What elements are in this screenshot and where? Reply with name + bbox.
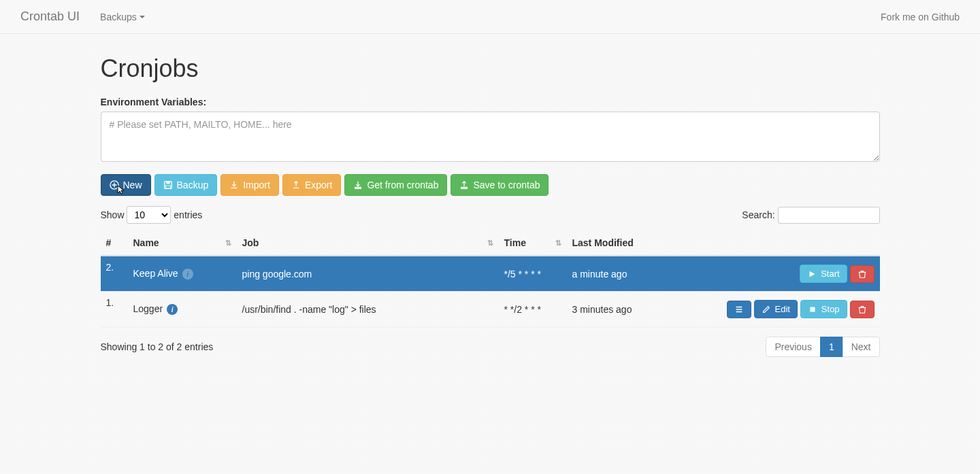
upload-icon xyxy=(459,180,469,190)
trash-icon xyxy=(858,269,867,279)
edit-label: Edit xyxy=(775,304,790,314)
length-select[interactable]: 10 xyxy=(127,206,171,224)
delete-button[interactable] xyxy=(850,265,875,283)
start-label: Start xyxy=(821,269,839,279)
col-time[interactable]: Time ⇅ xyxy=(499,231,567,256)
page-title: Cronjobs xyxy=(101,54,880,83)
row-actions: Edit Stop xyxy=(717,292,880,327)
col-idx[interactable]: # xyxy=(101,231,128,256)
main-container: Cronjobs Environment Variables: New Back… xyxy=(101,34,880,357)
datatable-controls: Show 10 entries Search: xyxy=(101,206,880,224)
entries-label: entries xyxy=(174,209,202,220)
navbar-right: Fork me on Github xyxy=(870,12,970,22)
import-button[interactable]: Import xyxy=(220,174,279,196)
pagination: Previous 1 Next xyxy=(766,337,879,357)
download-icon xyxy=(353,180,363,190)
col-job-label: Job xyxy=(242,237,259,248)
svg-rect-2 xyxy=(166,182,169,184)
chevron-down-icon xyxy=(140,16,145,18)
info-icon[interactable]: i xyxy=(182,269,193,280)
col-name-label: Name xyxy=(133,237,159,248)
table-header-row: # Name ⇅ Job ⇅ Time ⇅ Last Modified xyxy=(101,231,880,256)
get-from-crontab-button[interactable]: Get from crontab xyxy=(344,174,447,196)
new-label: New xyxy=(123,180,142,190)
prev-button[interactable]: Previous xyxy=(766,337,820,357)
datatable-footer: Showing 1 to 2 of 2 entries Previous 1 N… xyxy=(101,337,880,357)
stop-label: Stop xyxy=(821,304,840,314)
start-button[interactable]: Start xyxy=(800,265,847,283)
datatable-info: Showing 1 to 2 of 2 entries xyxy=(101,341,214,352)
backups-label: Backups xyxy=(100,12,137,22)
col-last-modified[interactable]: Last Modified xyxy=(567,231,717,256)
edit-icon xyxy=(762,305,771,314)
page-1-button[interactable]: 1 xyxy=(820,337,843,357)
navbar: Crontab UI Backups Fork me on Github xyxy=(0,0,980,34)
play-icon xyxy=(807,269,817,279)
backup-button[interactable]: Backup xyxy=(154,174,218,196)
row-actions: Start xyxy=(717,256,880,292)
fork-link[interactable]: Fork me on Github xyxy=(870,1,970,33)
row-index: 2. xyxy=(101,256,128,292)
col-job[interactable]: Job ⇅ xyxy=(237,231,499,256)
row-time: */5 * * * * xyxy=(499,256,567,292)
list-icon xyxy=(734,305,744,314)
svg-rect-4 xyxy=(810,307,815,311)
delete-button[interactable] xyxy=(850,301,875,318)
search-input[interactable] xyxy=(778,207,880,224)
show-label: Show xyxy=(101,209,125,220)
row-job: /usr/bin/find . -name "log" > files xyxy=(237,292,499,327)
col-actions xyxy=(717,231,880,256)
row-last-modified: a minute ago xyxy=(567,256,717,292)
edit-button[interactable]: Edit xyxy=(754,300,798,318)
import-label: Import xyxy=(243,180,270,190)
brand-link[interactable]: Crontab UI xyxy=(10,0,90,34)
new-button[interactable]: New xyxy=(101,174,151,196)
export-label: Export xyxy=(305,180,332,190)
log-button[interactable] xyxy=(727,301,751,318)
search-label: Search: xyxy=(742,209,774,220)
env-label: Environment Variables: xyxy=(101,97,880,107)
floppy-icon xyxy=(163,180,173,190)
trash-icon xyxy=(858,305,867,314)
col-time-label: Time xyxy=(504,237,526,248)
table-row[interactable]: 1.Loggeri/usr/bin/find . -name "log" > f… xyxy=(101,292,880,327)
sort-icon: ⇅ xyxy=(555,239,561,248)
export-icon xyxy=(291,180,301,190)
save-to-crontab-button[interactable]: Save to crontab xyxy=(451,174,549,196)
get-label: Get from crontab xyxy=(367,180,438,190)
row-name: Keep Alivei xyxy=(128,256,237,292)
stop-icon xyxy=(808,305,817,314)
filter-control: Search: xyxy=(742,207,879,224)
table-row[interactable]: 2.Keep Aliveiping google.com*/5 * * * *a… xyxy=(101,256,880,292)
plus-circle-icon xyxy=(110,180,119,190)
row-index: 1. xyxy=(101,292,128,327)
sort-icon: ⇅ xyxy=(487,239,493,248)
save-label: Save to crontab xyxy=(473,180,540,190)
info-icon[interactable]: i xyxy=(167,304,178,315)
stop-button[interactable]: Stop xyxy=(800,300,847,318)
row-name: Loggeri xyxy=(128,292,237,327)
row-job: ping google.com xyxy=(237,256,499,292)
row-time: * */2 * * * xyxy=(499,292,567,327)
navbar-left: Crontab UI Backups xyxy=(10,0,155,34)
export-button[interactable]: Export xyxy=(282,174,341,196)
env-textarea[interactable] xyxy=(101,112,880,162)
length-control: Show 10 entries xyxy=(101,206,203,224)
row-last-modified: 3 minutes ago xyxy=(567,292,717,327)
backups-dropdown[interactable]: Backups xyxy=(90,1,155,33)
import-icon xyxy=(229,180,239,190)
toolbar: New Backup Import Export Get from cronta… xyxy=(101,174,880,196)
col-name[interactable]: Name ⇅ xyxy=(128,231,237,256)
backup-label: Backup xyxy=(177,180,209,190)
next-button[interactable]: Next xyxy=(843,337,880,357)
cronjobs-table: # Name ⇅ Job ⇅ Time ⇅ Last Modified 2.Ke… xyxy=(101,231,880,327)
sort-icon: ⇅ xyxy=(225,239,231,248)
